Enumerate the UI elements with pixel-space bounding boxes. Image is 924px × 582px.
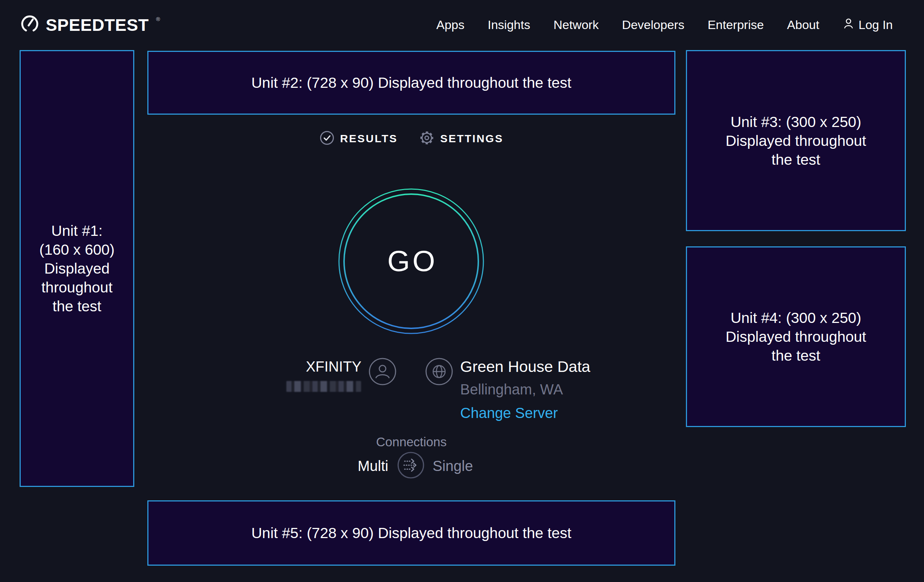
ad-text-line: (160 x 600)	[39, 240, 114, 259]
server-globe-icon	[425, 358, 453, 386]
top-nav-bar: SPEEDTEST ® Apps Insights Network Develo…	[0, 0, 924, 49]
redacted-isp-detail	[286, 381, 361, 392]
ad-text-line: throughout	[41, 278, 112, 297]
ad-text-line: Unit #3: (300 x 250)	[731, 112, 861, 131]
ad-text-line: Displayed throughout	[726, 131, 866, 150]
results-settings-tabs: RESULTS SETTINGS	[147, 130, 675, 147]
nav-item-insights[interactable]: Insights	[488, 18, 530, 32]
isp-user-icon	[368, 358, 397, 386]
check-circle-icon	[319, 130, 335, 147]
server-name: Green House Data	[460, 358, 591, 376]
ad-text-line: Unit #1:	[51, 221, 102, 240]
tab-settings-label: SETTINGS	[440, 132, 503, 145]
nav-item-about[interactable]: About	[787, 18, 820, 32]
ad-text-line: Unit #2: (728 x 90) Displayed throughout…	[251, 73, 571, 92]
ad-unit-5-leaderboard[interactable]: Unit #5: (728 x 90) Displayed throughout…	[147, 500, 675, 566]
ad-unit-3-rectangle[interactable]: Unit #3: (300 x 250) Displayed throughou…	[686, 50, 906, 231]
server-location: Bellingham, WA	[460, 381, 591, 398]
go-button-label: GO	[338, 188, 485, 335]
ad-text-line: the test	[53, 297, 101, 316]
ad-text-line: Unit #5: (728 x 90) Displayed throughout…	[251, 524, 571, 542]
login-button[interactable]: Log In	[842, 17, 893, 32]
ad-text-line: Unit #4: (300 x 250)	[731, 308, 861, 327]
ad-text-line: Displayed throughout	[726, 327, 866, 346]
connection-mode-single[interactable]: Single	[432, 458, 473, 474]
connection-mode-multi[interactable]: Multi	[327, 458, 388, 474]
change-server-link[interactable]: Change Server	[460, 405, 591, 421]
ad-text-line: Displayed	[44, 259, 110, 278]
logo-wordmark: SPEEDTEST	[46, 15, 149, 35]
tab-settings[interactable]: SETTINGS	[419, 130, 503, 147]
nav-item-network[interactable]: Network	[553, 18, 599, 32]
ad-unit-2-leaderboard[interactable]: Unit #2: (728 x 90) Displayed throughout…	[147, 51, 675, 115]
ad-unit-1-skyscraper[interactable]: Unit #1: (160 x 600) Displayed throughou…	[20, 50, 134, 487]
tab-results[interactable]: RESULTS	[319, 130, 398, 147]
gear-icon	[419, 130, 435, 147]
server-info: Green House Data Bellingham, WA Change S…	[460, 358, 591, 421]
main-nav: Apps Insights Network Developers Enterpr…	[436, 17, 893, 32]
ad-text-line: the test	[772, 150, 820, 169]
speedtest-gauge-icon	[20, 15, 39, 35]
tab-results-label: RESULTS	[340, 132, 398, 145]
connections-title: Connections	[147, 435, 675, 449]
nav-item-enterprise[interactable]: Enterprise	[708, 18, 764, 32]
login-label: Log In	[858, 18, 893, 32]
go-button[interactable]: GO	[338, 188, 485, 335]
ad-unit-4-rectangle[interactable]: Unit #4: (300 x 250) Displayed throughou…	[686, 246, 906, 427]
speedtest-logo[interactable]: SPEEDTEST ®	[20, 15, 159, 35]
nav-item-developers[interactable]: Developers	[622, 18, 685, 32]
ad-text-line: the test	[772, 346, 820, 365]
isp-name: XFINITY	[254, 358, 361, 375]
nav-item-apps[interactable]: Apps	[436, 18, 465, 32]
user-icon	[842, 17, 855, 32]
connection-mode-toggle-icon[interactable]	[397, 452, 425, 479]
logo-trademark: ®	[156, 16, 160, 22]
